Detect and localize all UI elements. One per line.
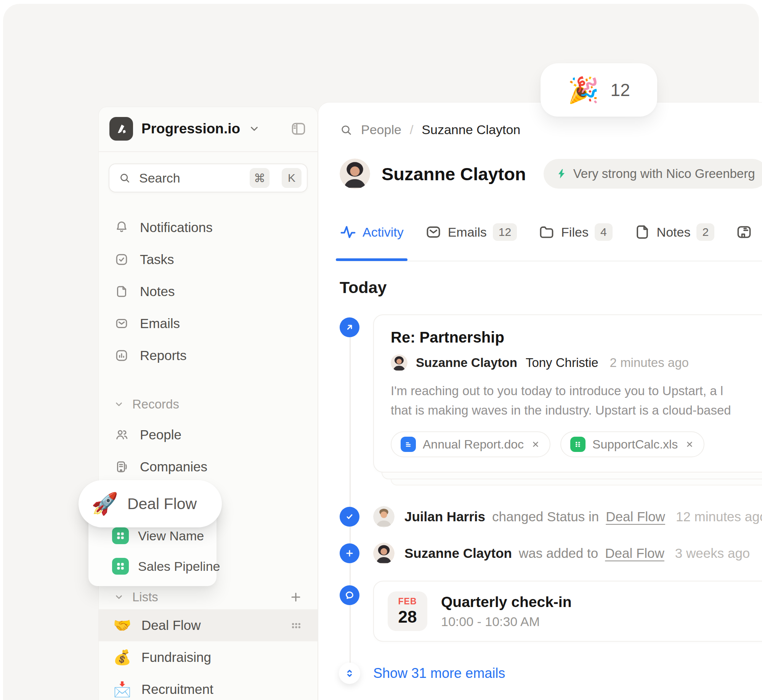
- meeting-time: 10:00 - 10:30 AM: [441, 614, 571, 629]
- sidebar-toggle-icon[interactable]: [290, 120, 307, 137]
- tab-count-badge: 4: [595, 223, 613, 241]
- calendar-day: 28: [398, 607, 417, 626]
- tab-label: Activity: [363, 225, 404, 240]
- event-actor[interactable]: Suzanne Clayton: [404, 546, 512, 561]
- tab-emails[interactable]: Emails 12: [425, 223, 517, 241]
- add-list-icon[interactable]: [289, 591, 302, 604]
- sidebar-nav: Notifications Tasks Notes Emails Reports: [99, 211, 318, 372]
- reaction-count: 12: [611, 80, 630, 100]
- check-icon: [340, 507, 359, 527]
- calendar-date-tile: FEB 28: [388, 591, 427, 631]
- main-panel: People / Suzanne Clayton Suzanne Clayton…: [318, 102, 762, 700]
- chevron-down-icon: [114, 592, 124, 602]
- avatar: [373, 543, 395, 564]
- attachment-chip-doc[interactable]: Annual Report.doc: [391, 431, 550, 457]
- activity-pulse-icon: [340, 224, 356, 240]
- sidebar-item-tasks[interactable]: Tasks: [109, 243, 308, 276]
- event-target-link[interactable]: Deal Flow: [605, 546, 664, 561]
- list-item-deal-flow[interactable]: 🤝 Deal Flow: [99, 609, 318, 641]
- tab-count-badge: 12: [493, 223, 517, 241]
- rocket-emoji-icon: 🚀: [91, 491, 118, 516]
- search-input[interactable]: [138, 170, 242, 186]
- sidebar-item-label: People: [140, 427, 181, 442]
- sidebar-item-people[interactable]: People: [109, 419, 308, 451]
- lists-section-label: Lists: [132, 590, 158, 604]
- sidebar-item-notifications[interactable]: Notifications: [109, 211, 308, 243]
- email-meta: Suzanne Clayton Tony Christie 2 minutes …: [391, 354, 762, 371]
- email-stack-layer: [382, 473, 762, 479]
- tab-files[interactable]: Files 4: [538, 223, 612, 241]
- event-actor[interactable]: Juilan Harris: [404, 509, 485, 524]
- event-action: was added to: [519, 546, 598, 561]
- drag-handle-icon[interactable]: [289, 618, 304, 633]
- event-target-link[interactable]: Deal Flow: [606, 509, 665, 524]
- sidebar-item-label: Companies: [140, 459, 207, 474]
- sidebar-item-reports[interactable]: Reports: [109, 340, 308, 372]
- deal-flow-floating-pill[interactable]: 🚀 Deal Flow: [79, 480, 222, 527]
- sidebar-item-emails[interactable]: Emails: [109, 308, 308, 340]
- list-item-fundraising[interactable]: 💰 Fundraising: [99, 641, 318, 673]
- deal-flow-pill-label: Deal Flow: [127, 495, 197, 513]
- sidebar-item-label: Emails: [140, 316, 180, 331]
- email-from[interactable]: Suzanne Clayton: [416, 356, 517, 370]
- chat-bubble-icon: [340, 585, 359, 605]
- breadcrumb-people[interactable]: People: [361, 122, 401, 137]
- sidebar-item-label: Notes: [140, 284, 175, 299]
- expand-chevrons-icon[interactable]: [339, 663, 360, 684]
- search-icon[interactable]: [340, 123, 353, 136]
- email-sent-icon: [340, 317, 359, 337]
- attachment-chip-xls[interactable]: SupportCalc.xls: [560, 431, 704, 457]
- note-icon: [115, 285, 128, 298]
- attachment-name: SupportCalc.xls: [592, 437, 678, 452]
- show-more-emails-link[interactable]: Show 31 more emails: [373, 665, 505, 681]
- building-icon: [115, 460, 128, 474]
- records-section-label: Records: [132, 397, 179, 412]
- bar-chart-icon: [115, 349, 128, 362]
- lists-section-header[interactable]: Lists: [99, 585, 318, 609]
- workspace-header[interactable]: Progression.io: [99, 107, 318, 152]
- search-bar[interactable]: ⌘ K: [109, 163, 308, 192]
- breadcrumb-separator: /: [410, 122, 413, 137]
- lightning-icon: [556, 168, 567, 179]
- workspace-logo: [109, 117, 133, 141]
- sidebar-item-label: Reports: [140, 348, 187, 363]
- sidebar-item-notes[interactable]: Notes: [109, 276, 308, 308]
- tab-label: Files: [561, 225, 589, 240]
- email-stack-layer: [391, 479, 762, 485]
- relationship-strength-badge: Very strong with Nico Greenberg: [544, 159, 762, 189]
- close-icon[interactable]: [531, 439, 541, 449]
- party-popper-emoji-icon: 🎉: [568, 75, 599, 105]
- storefront-icon: [736, 224, 752, 240]
- workspace-chevron-down-icon[interactable]: [249, 123, 260, 135]
- avatar: [340, 159, 370, 189]
- sidebar-item-companies[interactable]: Companies: [109, 451, 308, 483]
- people-icon: [115, 428, 128, 442]
- email-timestamp: 2 minutes ago: [610, 356, 689, 370]
- note-icon: [634, 224, 651, 240]
- envelope-arrow-emoji-icon: 📩: [113, 681, 131, 698]
- view-item-sales-pipeline[interactable]: Sales Pipeline: [88, 551, 217, 581]
- event-action: changed Status in: [492, 509, 599, 524]
- money-bag-emoji-icon: 💰: [113, 649, 131, 666]
- grid-view-icon: [112, 558, 129, 575]
- tab-notes[interactable]: Notes 2: [634, 223, 715, 241]
- task-check-icon: [115, 253, 128, 266]
- email-card[interactable]: Re: Partnership Suzanne Clayton Tony Chr…: [373, 314, 762, 473]
- tab-label: Notes: [657, 225, 691, 240]
- activity-event-status-change: Juilan Harris changed Status in Deal Flo…: [340, 506, 762, 527]
- view-item-label: Sales Pipeline: [138, 559, 220, 574]
- kbd-cmd: ⌘: [250, 168, 270, 188]
- close-icon[interactable]: [685, 439, 695, 449]
- email-body: I'm reaching out to you today to introdu…: [391, 381, 762, 420]
- tab-activity[interactable]: Activity: [340, 224, 404, 240]
- records-section-header[interactable]: Records: [99, 392, 318, 416]
- email-to[interactable]: Tony Christie: [526, 356, 598, 370]
- activity-event-added: Suzanne Clayton was added to Deal Flow 3…: [340, 543, 762, 564]
- reaction-pill[interactable]: 🎉 12: [541, 63, 657, 117]
- timeline-meeting-item: FEB 28 Quarterly check-in 10:00 - 10:30 …: [340, 581, 762, 642]
- list-item-recruitment[interactable]: 📩 Recruitment: [99, 673, 318, 700]
- tab-count-badge: 2: [696, 223, 714, 241]
- tab-company-partial[interactable]: [736, 224, 752, 240]
- meeting-card[interactable]: FEB 28 Quarterly check-in 10:00 - 10:30 …: [373, 581, 762, 642]
- list-item-label: Deal Flow: [141, 618, 201, 633]
